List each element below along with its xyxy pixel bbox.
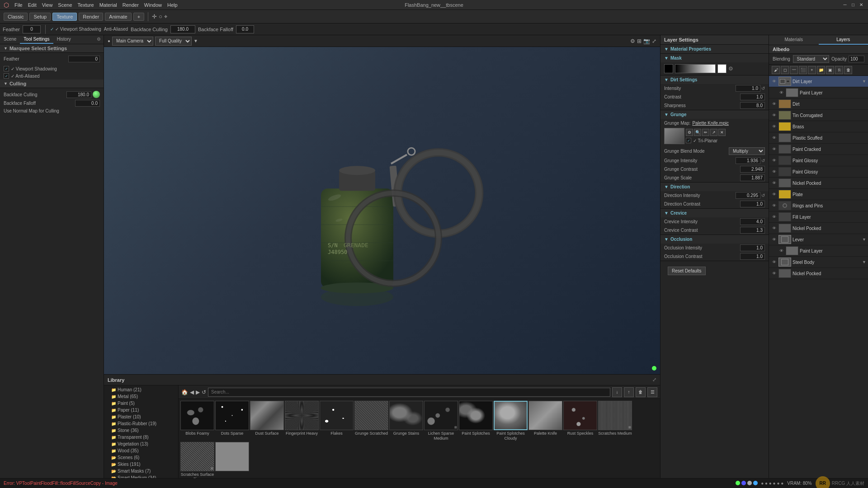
- direction-header[interactable]: ▼ Direction: [660, 183, 769, 191]
- refresh-icon[interactable]: ↺: [202, 389, 206, 395]
- layer-row[interactable]: 👁 Nickel Pocked: [769, 268, 868, 279]
- layer-row[interactable]: 👁 Paint Layer: [769, 87, 868, 99]
- circle-icon[interactable]: ○: [159, 13, 162, 20]
- clone-icon[interactable]: ⎘: [835, 66, 843, 74]
- mask-settings-icon[interactable]: ⚙: [728, 66, 733, 72]
- tree-item-plaster[interactable]: 📁 Plaster (10): [104, 413, 178, 420]
- occ-intensity-input[interactable]: [740, 244, 765, 251]
- tree-item-vegetation[interactable]: 📁 Vegetation (13): [104, 441, 178, 447]
- tree-item-smart-medium[interactable]: 📂 Smart Medium (34): [104, 474, 178, 478]
- minimize-button[interactable]: ─: [842, 2, 848, 8]
- backface-falloff-input[interactable]: [236, 25, 254, 33]
- list-item[interactable]: Dust Surface: [250, 401, 284, 441]
- visibility-icon[interactable]: 👁: [771, 169, 777, 175]
- list-item[interactable]: Grunge Scratched: [354, 401, 388, 441]
- layer-row[interactable]: 👁 Brass: [769, 121, 868, 132]
- list-item[interactable]: Rust Speckles: [563, 401, 597, 441]
- close-button[interactable]: ✕: [858, 2, 864, 8]
- grunge-search-icon[interactable]: 🔍: [694, 129, 701, 136]
- grunge-map-preview[interactable]: [664, 128, 684, 144]
- reset-defaults-button[interactable]: Reset Defaults: [668, 267, 706, 275]
- menu-render[interactable]: Render: [123, 2, 139, 8]
- grunge-map-name[interactable]: Palette Knife.mpic: [692, 121, 729, 126]
- reset-icon[interactable]: ↺: [761, 86, 765, 91]
- tree-item-paper[interactable]: 📁 Paper (11): [104, 407, 178, 413]
- layer-row[interactable]: 👁 Lever ▼: [769, 234, 868, 245]
- list-item[interactable]: Grunge Stains: [389, 401, 423, 441]
- backface-culling-input[interactable]: [66, 91, 91, 98]
- viewport-settings-icon[interactable]: ⚙: [630, 38, 635, 44]
- tree-item-plastic[interactable]: 📁 Plastic-Rubber (19): [104, 420, 178, 427]
- layer-row[interactable]: 👁 Paint Glossy: [769, 166, 868, 178]
- visibility-icon[interactable]: 👁: [771, 157, 777, 164]
- expand-icon[interactable]: ▼: [862, 237, 866, 242]
- color-indicator[interactable]: [93, 91, 100, 98]
- triplanar-cb[interactable]: ✓: [686, 138, 691, 143]
- marquee-settings-header[interactable]: ▼ Marquee Select Settings: [0, 44, 104, 53]
- tree-item-human[interactable]: 📁 Human (21): [104, 386, 178, 393]
- visibility-icon[interactable]: 👁: [778, 89, 784, 96]
- list-item[interactable]: Blobs Foamy: [180, 401, 214, 441]
- menu-file[interactable]: File: [14, 2, 23, 8]
- layer-row[interactable]: 👁 Fill Layer: [769, 211, 868, 223]
- history-tab[interactable]: History: [53, 35, 75, 44]
- list-item[interactable]: Flakes: [320, 401, 354, 441]
- menu-window[interactable]: Window: [144, 2, 162, 8]
- grunge-arrow-icon[interactable]: ↗: [710, 129, 717, 136]
- settings-icon[interactable]: ⚙: [94, 35, 104, 44]
- grunge-scale-input[interactable]: [740, 174, 765, 181]
- setup-button[interactable]: Setup: [29, 13, 51, 21]
- texture-button[interactable]: Texture: [52, 13, 77, 21]
- visibility-icon[interactable]: 👁: [771, 123, 777, 130]
- paint-icon[interactable]: 🖌: [772, 66, 780, 74]
- expand-icon[interactable]: ▼: [862, 79, 866, 84]
- tree-item-paint[interactable]: 📁 Paint (5): [104, 400, 178, 407]
- layer-row[interactable]: 👁 Paint Cracked: [769, 144, 868, 155]
- layers-tab[interactable]: Layers: [819, 35, 868, 45]
- crevice-header[interactable]: ▼ Crevice: [660, 209, 769, 217]
- visibility-icon[interactable]: 👁: [771, 214, 777, 220]
- anti-aliased-check[interactable]: Anti-Aliased: [104, 27, 128, 32]
- mask-icon[interactable]: ▣: [826, 66, 834, 74]
- viewport-expand-icon[interactable]: ⤢: [652, 38, 656, 44]
- opacity-input[interactable]: [849, 56, 864, 62]
- menu-texture[interactable]: Texture: [78, 2, 94, 8]
- sharpness-input[interactable]: [740, 102, 765, 109]
- tree-item-metal[interactable]: 📁 Metal (65): [104, 393, 178, 400]
- scene-tab[interactable]: Scene: [0, 35, 20, 44]
- crevice-intensity-input[interactable]: [740, 218, 765, 225]
- home-icon[interactable]: 🏠: [181, 389, 188, 395]
- grunge-header[interactable]: ▼ Grunge: [660, 110, 769, 119]
- materials-tab[interactable]: Materials: [769, 35, 819, 45]
- expand-icon[interactable]: ⤢: [652, 377, 656, 383]
- blending-select[interactable]: Standard: [793, 55, 829, 63]
- grunge-intensity-input[interactable]: [736, 157, 760, 164]
- reset-icon[interactable]: ↺: [761, 193, 765, 198]
- menu-edit[interactable]: Edit: [28, 2, 37, 8]
- animate-button[interactable]: Animate: [105, 13, 131, 21]
- grunge-x-icon[interactable]: ✕: [718, 129, 726, 136]
- visibility-icon[interactable]: 👁: [771, 270, 777, 277]
- list-item[interactable]: ⊞ Scratches Surface Fine: [180, 442, 214, 478]
- quality-select[interactable]: Full Quality: [155, 37, 192, 46]
- layer-row[interactable]: 👁 Nickel Pocked: [769, 223, 868, 234]
- layer-row[interactable]: 👁 Nickel Pocked: [769, 178, 868, 189]
- list-item[interactable]: Fingerprint Heavy: [285, 401, 319, 441]
- mask-header[interactable]: ▼ Mask: [660, 54, 769, 62]
- list-item[interactable]: ⊞ Scratches Medium: [598, 401, 632, 441]
- camera-select[interactable]: Main Camera: [112, 37, 153, 46]
- viewport-shadowing-cb[interactable]: ✓: [4, 66, 9, 71]
- grunge-pencil-icon[interactable]: ✏: [702, 129, 709, 136]
- list-item[interactable]: [215, 442, 249, 478]
- occlusion-header[interactable]: ▼ Occlusion: [660, 235, 769, 244]
- smear-icon[interactable]: 〰: [790, 66, 798, 74]
- viewport-snapshot-icon[interactable]: 📷: [643, 38, 650, 44]
- lasso-icon[interactable]: ⌖: [164, 13, 167, 20]
- dir-contrast-input[interactable]: [740, 201, 765, 207]
- layer-row[interactable]: 👁 Dirt: [769, 99, 868, 110]
- library-search-input[interactable]: [208, 388, 610, 397]
- tree-item-skies[interactable]: 📂 Skies (191): [104, 461, 178, 468]
- visibility-icon[interactable]: 👁: [771, 112, 777, 118]
- delete-icon[interactable]: 🗑: [636, 387, 646, 397]
- layer-row[interactable]: 👁 Paint Layer: [769, 245, 868, 257]
